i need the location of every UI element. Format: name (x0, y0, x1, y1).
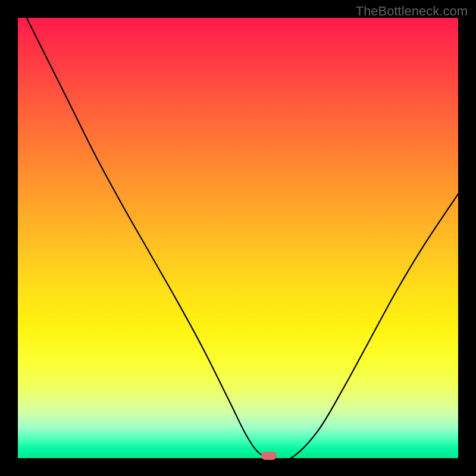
optimal-marker (261, 452, 277, 460)
bottleneck-curve (18, 18, 458, 458)
plot-area (18, 18, 458, 458)
watermark-text: TheBottleneck.com (356, 4, 468, 19)
